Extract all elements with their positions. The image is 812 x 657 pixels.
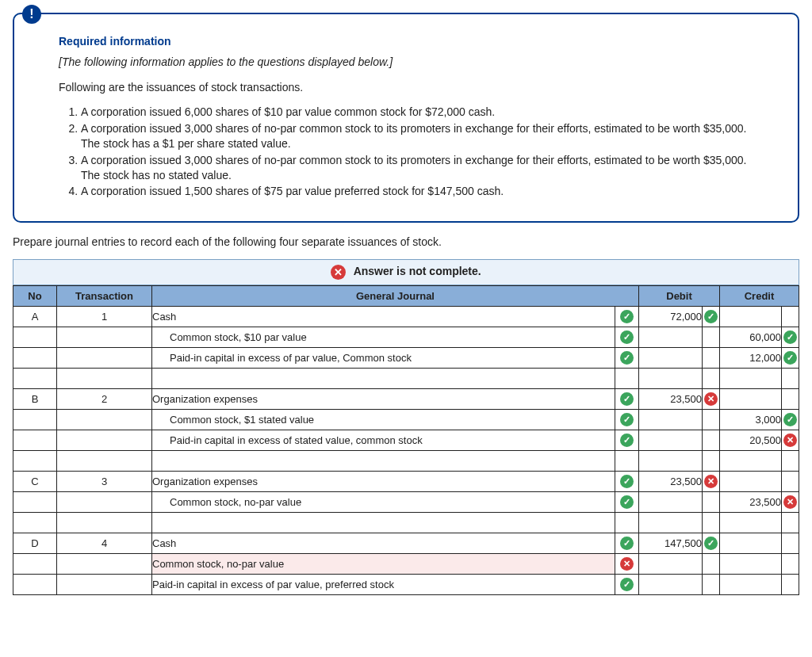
col-debit: Debit	[639, 286, 720, 307]
cell-credit[interactable]: 12,000	[720, 348, 782, 369]
cell-account-mark	[615, 410, 638, 430]
cell-credit-mark	[782, 410, 799, 430]
table-row: D4Cash147,500	[13, 533, 799, 554]
check-icon	[620, 310, 634, 323]
cell-account[interactable]: Paid-in capital in excess of par value, …	[152, 348, 615, 369]
cell-account[interactable]: Cash	[152, 307, 615, 327]
table-row	[13, 513, 799, 533]
cell-debit[interactable]: 23,500	[639, 472, 703, 492]
required-information-box: ! Required information [The following in…	[13, 13, 799, 223]
issuance-list: A corporation issued 6,000 shares of $10…	[59, 105, 766, 199]
cell-no	[13, 430, 57, 451]
x-icon	[620, 557, 634, 571]
cell-account[interactable]: Common stock, no-par value	[152, 554, 615, 575]
cell-credit[interactable]	[720, 575, 782, 595]
cell-transaction	[57, 575, 152, 595]
cell-transaction: 1	[57, 307, 152, 327]
table-row	[13, 369, 799, 389]
cell-account-mark	[615, 307, 638, 327]
x-icon	[704, 475, 718, 488]
issuance-item: A corporation issued 3,000 shares of no-…	[81, 121, 766, 151]
check-icon	[783, 330, 797, 344]
issuance-item: A corporation issued 6,000 shares of $10…	[81, 105, 766, 120]
check-icon	[783, 413, 797, 426]
check-icon	[704, 310, 718, 323]
check-icon	[620, 413, 634, 426]
cell-no	[13, 327, 57, 348]
cell-no	[13, 554, 57, 575]
cell-account-mark	[615, 327, 638, 348]
cell-no	[13, 575, 57, 595]
table-row	[13, 451, 799, 472]
cell-credit-mark	[782, 554, 799, 575]
cell-debit-mark	[703, 472, 720, 492]
cell-account[interactable]: Paid-in capital in excess of stated valu…	[152, 430, 615, 451]
cell-credit-mark	[782, 430, 799, 451]
cell-credit[interactable]: 3,000	[720, 410, 782, 430]
table-row: C3Organization expenses23,500	[13, 472, 799, 492]
cell-debit[interactable]	[639, 492, 703, 513]
cell-debit[interactable]: 23,500	[639, 389, 703, 410]
cell-account-mark	[615, 533, 638, 554]
cell-account[interactable]: Organization expenses	[152, 472, 615, 492]
journal-worksheet: Answer is not complete. No Transaction G…	[13, 259, 799, 595]
table-row: Common stock, no-par value	[13, 554, 799, 575]
cell-no: D	[13, 533, 57, 554]
cell-account[interactable]: Cash	[152, 533, 615, 554]
cell-debit-mark	[703, 492, 720, 513]
answer-status-bar: Answer is not complete.	[13, 259, 799, 285]
cell-account[interactable]: Common stock, no-par value	[152, 492, 615, 513]
cell-account-mark	[615, 492, 638, 513]
cell-debit[interactable]	[639, 575, 703, 595]
table-row: B2Organization expenses23,500	[13, 389, 799, 410]
x-icon	[783, 495, 797, 509]
check-icon	[620, 495, 634, 509]
cell-credit[interactable]	[720, 533, 782, 554]
cell-account[interactable]: Common stock, $1 stated value	[152, 410, 615, 430]
cell-debit[interactable]: 147,500	[639, 533, 703, 554]
cell-account-mark	[615, 575, 638, 595]
cell-credit[interactable]	[720, 307, 782, 327]
check-icon	[620, 475, 634, 488]
issuance-item: A corporation issued 3,000 shares of no-…	[81, 153, 766, 183]
cell-account[interactable]: Common stock, $10 par value	[152, 327, 615, 348]
cell-credit[interactable]	[720, 472, 782, 492]
cell-credit[interactable]: 23,500	[720, 492, 782, 513]
col-credit: Credit	[720, 286, 799, 307]
cell-debit-mark	[703, 575, 720, 595]
x-icon	[783, 434, 797, 447]
cell-account-mark	[615, 389, 638, 410]
cell-debit[interactable]	[639, 554, 703, 575]
cell-credit[interactable]	[720, 389, 782, 410]
cell-debit[interactable]: 72,000	[639, 307, 703, 327]
cell-credit[interactable]: 60,000	[720, 327, 782, 348]
cell-debit-mark	[703, 307, 720, 327]
cell-debit-mark	[703, 554, 720, 575]
required-info-heading: Required information	[59, 35, 766, 48]
cell-transaction	[57, 327, 152, 348]
cell-debit[interactable]	[639, 410, 703, 430]
check-icon	[704, 537, 718, 550]
cell-debit-mark	[703, 410, 720, 430]
cell-no	[13, 410, 57, 430]
cell-credit-mark	[782, 327, 799, 348]
cell-account-mark	[615, 472, 638, 492]
cell-debit[interactable]	[639, 327, 703, 348]
cell-transaction	[57, 430, 152, 451]
required-info-intro: Following are the issuances of stock tra…	[59, 81, 766, 94]
cell-credit[interactable]: 20,500	[720, 430, 782, 451]
question-prompt: Prepare journal entries to record each o…	[13, 235, 799, 248]
cell-account[interactable]: Paid-in capital in excess of par value, …	[152, 575, 615, 595]
cell-transaction	[57, 348, 152, 369]
cell-credit-mark	[782, 533, 799, 554]
cell-credit[interactable]	[720, 554, 782, 575]
cell-credit-mark	[782, 575, 799, 595]
issuance-item: A corporation issued 1,500 shares of $75…	[81, 184, 766, 199]
cell-account-mark	[615, 554, 638, 575]
table-row: Paid-in capital in excess of par value, …	[13, 575, 799, 595]
table-row: Common stock, $10 par value60,000	[13, 327, 799, 348]
cell-debit[interactable]	[639, 348, 703, 369]
cell-debit[interactable]	[639, 430, 703, 451]
check-icon	[620, 330, 634, 344]
cell-account[interactable]: Organization expenses	[152, 389, 615, 410]
